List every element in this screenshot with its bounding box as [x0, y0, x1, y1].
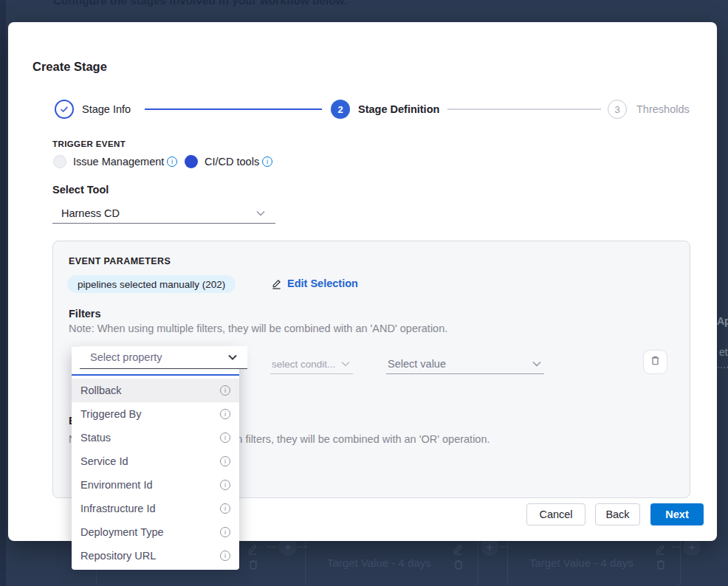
info-icon[interactable]	[220, 480, 230, 490]
delete-filter-button[interactable]	[643, 350, 667, 374]
chevron-down-icon	[228, 354, 237, 360]
option-label: Deployment Type	[80, 526, 164, 538]
info-icon[interactable]	[262, 156, 272, 167]
dropdown-option-status[interactable]: Status	[72, 426, 239, 449]
backdrop-subtitle: Configure the stages involved in your wo…	[53, 0, 347, 7]
radio-issue-management[interactable]	[53, 155, 66, 168]
property-dropdown: Rollback Triggered By Status Service Id …	[72, 347, 239, 570]
info-icon[interactable]	[220, 503, 230, 514]
dropdown-option-service-id[interactable]: Service Id	[72, 449, 239, 473]
dropdown-list: Rollback Triggered By Status Service Id …	[72, 376, 239, 568]
step-done-circle	[55, 100, 74, 119]
option-label: Repository URL	[80, 550, 156, 562]
option-label: Rollback	[80, 385, 122, 396]
dropdown-option-environment-id[interactable]: Environment Id	[72, 473, 239, 497]
radio-label-cicd-tools[interactable]: CI/CD tools	[205, 156, 259, 168]
option-label: Triggered By	[80, 408, 141, 420]
chevron-down-icon	[341, 361, 350, 367]
dropdown-option-triggered-by[interactable]: Triggered By	[72, 402, 239, 426]
property-select-placeholder: Select property	[90, 351, 162, 363]
chevron-down-icon	[256, 210, 265, 216]
step-number: 3	[608, 100, 627, 119]
filters-note: Note: When using multiple filters, they …	[69, 323, 447, 334]
stepper-connector-inactive	[447, 108, 601, 110]
dropdown-option-repository-url[interactable]: Repository URL	[72, 544, 239, 568]
edit-selection-link[interactable]: Edit Selection	[271, 278, 358, 289]
tool-select[interactable]: Harness CD	[52, 204, 275, 224]
option-label: Status	[80, 432, 111, 444]
screen: Configure the stages involved in your wo…	[0, 0, 728, 586]
trash-icon	[453, 559, 464, 571]
step-number: 2	[331, 100, 350, 119]
next-button[interactable]: Next	[650, 503, 704, 525]
edit-icon	[271, 278, 282, 289]
radio-cicd-tools[interactable]	[185, 155, 198, 168]
filters-heading: Filters	[69, 308, 101, 320]
condition-select[interactable]: select condit...	[270, 354, 353, 374]
check-icon	[59, 104, 69, 114]
tool-select-value: Harness CD	[61, 207, 120, 219]
option-label: Environment Id	[80, 479, 153, 491]
stepper-connector-active	[145, 108, 322, 110]
select-tool-label: Select Tool	[52, 184, 109, 196]
value-select-placeholder: Select value	[388, 358, 446, 370]
info-icon[interactable]	[220, 409, 230, 419]
backdrop-fragment-et: et	[719, 346, 728, 358]
create-stage-modal: Create Stage Stage Info 2 Stage Definiti…	[8, 22, 717, 541]
trash-icon	[247, 559, 259, 571]
value-select[interactable]: Select value	[386, 354, 544, 374]
trash-icon	[655, 559, 667, 571]
event-parameters-heading: EVENT PARAMETERS	[69, 256, 171, 266]
edit-selection-label: Edit Selection	[287, 278, 358, 289]
cancel-button[interactable]: Cancel	[526, 503, 586, 525]
info-icon[interactable]	[220, 432, 230, 443]
edit-icon	[654, 543, 666, 555]
step-label: Thresholds	[636, 103, 690, 115]
radio-label-issue-management[interactable]: Issue Management	[73, 156, 164, 168]
condition-select-placeholder: select condit...	[272, 359, 335, 370]
pipelines-selected-pill: pipelines selected manually (202)	[67, 275, 236, 293]
step-label: Stage Definition	[358, 103, 439, 115]
dropdown-option-infrastructure-id[interactable]: Infrastructure Id	[72, 497, 239, 520]
chevron-down-icon	[532, 361, 541, 367]
backdrop-fragment-ap: Ap	[717, 315, 728, 327]
property-select[interactable]: Select property	[80, 346, 247, 369]
option-label: Infrastructure Id	[80, 503, 156, 514]
edit-icon	[452, 543, 464, 555]
backdrop-left-strip	[0, 0, 6, 586]
backdrop-card-label: Target Value - 4 days	[529, 556, 633, 569]
option-label: Service Id	[80, 455, 128, 467]
dropdown-option-rollback[interactable]: Rollback	[72, 379, 239, 402]
back-button[interactable]: Back	[595, 503, 640, 525]
backdrop-card-label: Target Value - 4 days	[327, 556, 431, 569]
info-icon[interactable]	[220, 527, 230, 537]
info-icon[interactable]	[167, 156, 177, 167]
info-icon[interactable]	[220, 551, 230, 561]
dropdown-option-deployment-type[interactable]: Deployment Type	[72, 520, 239, 544]
info-icon[interactable]	[220, 456, 230, 466]
edit-icon	[247, 543, 258, 555]
info-icon[interactable]	[220, 385, 230, 396]
trigger-event-label: TRIGGER EVENT	[52, 139, 126, 148]
modal-title: Create Stage	[32, 60, 107, 74]
step-label: Stage Info	[82, 103, 131, 115]
trash-icon	[650, 355, 661, 369]
